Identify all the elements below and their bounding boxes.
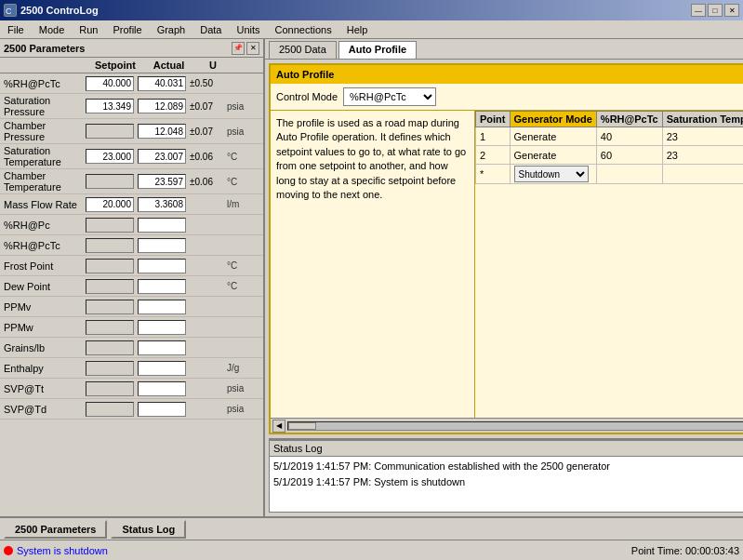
param-actual-3 <box>138 149 186 164</box>
auto-profile-header: Auto Profile 📌 ✕ <box>271 65 743 84</box>
profile-table-area[interactable]: Point Generator Mode %RH@PcTc Saturation… <box>475 111 743 418</box>
param-setpoint-6 <box>86 218 134 233</box>
param-setpoint-8 <box>86 259 134 273</box>
col-actual: Actual <box>143 60 194 71</box>
param-setpoint-0[interactable] <box>86 76 134 91</box>
param-actual-8 <box>138 259 186 273</box>
params-scroll-area[interactable]: %RH@PcTc ±0.50 Saturation Pressure ±0.07… <box>0 73 263 516</box>
param-row-dew: Dew Point °C <box>0 276 263 297</box>
profile-sat-input[interactable] <box>667 169 704 180</box>
app-icon: C <box>4 4 17 17</box>
auto-profile-pane: Auto Profile 📌 ✕ Control Mode %RH@PcTc %… <box>269 63 743 434</box>
param-actual-11 <box>138 320 186 335</box>
col-rh: %RH@PcTc <box>596 112 662 127</box>
param-row-rh-pctc2: %RH@PcTc <box>0 235 263 256</box>
profile-cell-rh-1: 40 <box>596 127 662 146</box>
bottom-tabs: 2500 Parameters Status Log <box>0 516 743 540</box>
param-row-grains: Grains/lb <box>0 338 263 358</box>
param-setpoint-15 <box>86 402 134 417</box>
col-sat-temp: Saturation Temperature [°C] <box>662 112 743 127</box>
param-actual-9 <box>138 279 186 294</box>
profile-cell-point-1: 1 <box>476 127 511 146</box>
menu-bar: File Mode Run Profile Graph Data Units C… <box>0 20 743 39</box>
menu-units[interactable]: Units <box>229 22 267 37</box>
log-entry-1: 5/1/2019 1:41:57 PM: Communication estab… <box>273 459 743 474</box>
param-actual-0 <box>138 76 186 91</box>
menu-graph[interactable]: Graph <box>150 22 193 37</box>
panel-pin-button[interactable]: 📌 <box>232 42 245 55</box>
profile-table: Point Generator Mode %RH@PcTc Saturation… <box>475 111 743 184</box>
status-bar: System is shutdown Point Time: 00:00:03:… <box>0 540 743 560</box>
menu-connections[interactable]: Connections <box>268 22 339 37</box>
param-setpoint-3[interactable] <box>86 149 134 164</box>
profile-cell-point-new: * <box>476 165 511 184</box>
bottom-tab-status[interactable]: Status Log <box>111 520 186 539</box>
param-u-2: ±0.07 <box>190 127 227 137</box>
left-panel-title: 2500 Parameters <box>4 43 85 54</box>
status-log-content: 5/1/2019 1:41:57 PM: Communication estab… <box>269 457 743 513</box>
minimize-button[interactable]: — <box>691 4 706 17</box>
param-setpoint-4 <box>86 174 134 189</box>
left-panel-header: 2500 Parameters 📌 ✕ <box>0 39 263 58</box>
status-log-title: Status Log <box>273 443 323 454</box>
profile-cell-mode-new[interactable]: Shutdown Generate <box>510 165 596 184</box>
param-unit-9: °C <box>227 281 257 291</box>
param-row-mass-flow: Mass Flow Rate l/m <box>0 194 263 215</box>
menu-data[interactable]: Data <box>192 22 229 37</box>
param-unit-8: °C <box>227 260 257 271</box>
tab-auto-profile[interactable]: Auto Profile <box>338 41 417 59</box>
scroll-track[interactable] <box>287 421 743 431</box>
profile-cell-sat-2: 23 <box>662 146 743 165</box>
panel-close-button[interactable]: ✕ <box>246 42 259 55</box>
scroll-thumb[interactable] <box>288 422 316 430</box>
profile-row-1: 1 Generate 40 23 20 <box>476 127 744 146</box>
title-bar: C 2500 ControLog — □ ✕ <box>0 0 743 20</box>
param-setpoint-5[interactable] <box>86 197 134 212</box>
menu-help[interactable]: Help <box>339 22 376 37</box>
param-row-svp-tt: SVP@Tt psia <box>0 379 263 399</box>
profile-cell-rh-new[interactable] <box>596 165 662 184</box>
param-setpoint-9 <box>86 279 134 294</box>
profile-rh-input[interactable] <box>601 169 638 180</box>
maximize-button[interactable]: □ <box>708 4 723 17</box>
tab-2500-data[interactable]: 2500 Data <box>269 41 337 59</box>
menu-run[interactable]: Run <box>72 22 105 37</box>
param-label-9: Dew Point <box>4 281 86 292</box>
profile-main: The profile is used as a road map during… <box>271 111 743 418</box>
menu-profile[interactable]: Profile <box>105 22 149 37</box>
svg-text:C: C <box>6 7 12 16</box>
col-u: U <box>194 60 232 71</box>
menu-file[interactable]: File <box>0 22 32 37</box>
log-entry-2: 5/1/2019 1:41:57 PM: System is shutdown <box>273 474 743 490</box>
param-actual-7 <box>138 238 186 253</box>
param-label-10: PPMv <box>4 301 86 313</box>
close-button[interactable]: ✕ <box>724 4 739 17</box>
control-mode-select[interactable]: %RH@PcTc %RH@Pc Dew Point Frost Point <box>343 87 436 106</box>
param-label-14: SVP@Tt <box>4 383 86 394</box>
param-label-7: %RH@PcTc <box>4 240 86 251</box>
param-setpoint-2 <box>86 124 134 139</box>
param-label-3: Saturation Temperature <box>4 145 86 167</box>
param-label-5: Mass Flow Rate <box>4 199 86 210</box>
col-label <box>4 60 87 71</box>
param-label-15: SVP@Td <box>4 404 86 415</box>
profile-cell-sat-new[interactable] <box>662 165 743 184</box>
profile-row-new: * Shutdown Generate <box>476 165 744 184</box>
bottom-tab-params[interactable]: 2500 Parameters <box>4 520 107 539</box>
control-mode-row: Control Mode %RH@PcTc %RH@Pc Dew Point F… <box>271 84 743 111</box>
param-actual-2 <box>138 124 186 139</box>
param-row-svp-td: SVP@Td psia <box>0 399 263 420</box>
param-actual-5 <box>138 197 186 212</box>
menu-mode[interactable]: Mode <box>32 22 73 37</box>
param-row-enthalpy: Enthalpy J/g <box>0 358 263 379</box>
scroll-left-button[interactable]: ◀ <box>272 420 285 433</box>
param-setpoint-1[interactable] <box>86 99 134 113</box>
param-unit-15: psia <box>227 404 257 414</box>
col-generator-mode: Generator Mode <box>510 112 596 127</box>
param-row-rh-pc: %RH@Pc <box>0 215 263 235</box>
profile-mode-select[interactable]: Shutdown Generate <box>514 166 589 182</box>
param-label-2: Chamber Pressure <box>4 120 86 142</box>
params-table-header: Setpoint Actual U <box>0 58 263 73</box>
param-label-11: PPMw <box>4 322 86 333</box>
param-unit-5: l/m <box>227 199 257 209</box>
